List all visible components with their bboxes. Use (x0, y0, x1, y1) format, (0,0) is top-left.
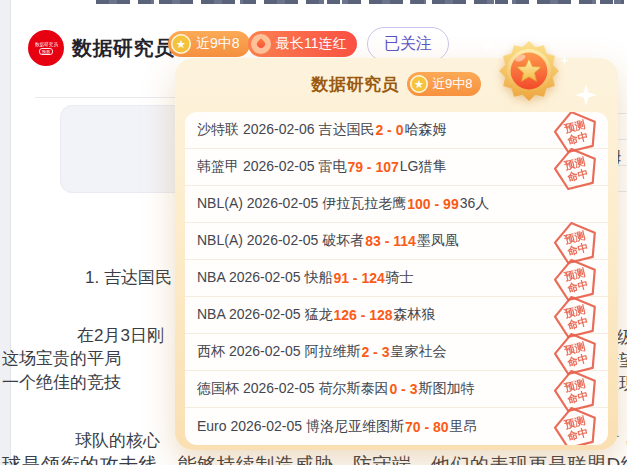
star-icon: ★ (171, 34, 191, 54)
match-meta: 韩篮甲 2026-02-05 雷电 (197, 158, 346, 176)
popup-badge-label: 近9中8 (432, 75, 472, 93)
match-score: 0 - 3 (389, 381, 417, 397)
match-score: 2 - 3 (361, 344, 389, 360)
away-team: 骑士 (386, 269, 414, 287)
followed-button[interactable]: 已关注 (367, 27, 449, 61)
prediction-row: 德国杯 2026-02-05 荷尔斯泰因0 - 3斯图加特 预测 命中 (185, 371, 608, 408)
prediction-row: NBA 2026-02-05 快船91 - 124骑士 预测 命中 (185, 260, 608, 297)
away-team: 36人 (460, 195, 490, 213)
star-icon: ★ (410, 75, 428, 93)
article-bottom-line: 球是领衔的攻击线，能够持续制造威胁，防守端，他们的表现更是联盟D级水 (2, 452, 627, 465)
match-score: 126 - 128 (333, 307, 392, 323)
match-score: 83 - 114 (365, 233, 416, 249)
prediction-row: Euro 2026-02-05 博洛尼亚维图斯70 - 80里昂 预测 命中 (185, 408, 608, 445)
article-heading: 1. 吉达国民 (85, 266, 172, 289)
article-line: 一个绝佳的竞技 (2, 371, 121, 394)
fire-icon (251, 34, 271, 54)
badge-win-streak: 最长11连红 (248, 31, 357, 57)
match-meta: Euro 2026-02-05 博洛尼亚维图斯 (197, 418, 404, 436)
away-team: 哈森姆 (404, 121, 446, 139)
screen: 数据研究员 预测 数据研究员 ★ 近9中8 最长11连红 已关注 1. 吉达国民… (0, 0, 627, 465)
profile-name: 数据研究员 (72, 35, 175, 62)
prediction-row: 沙特联 2026-02-06 吉达国民2 - 0哈森姆 预测 命中 (185, 112, 608, 149)
article-line: 这场宝贵的平局 (2, 347, 121, 370)
away-team: 森林狼 (394, 306, 436, 324)
match-score: 91 - 124 (333, 270, 384, 286)
article-line: 球队的核心 (75, 429, 160, 452)
prediction-list: 沙特联 2026-02-06 吉达国民2 - 0哈森姆 预测 命中 韩篮甲 20… (185, 112, 608, 445)
predictions-popup: 数据研究员 ★ 近9中8 沙特联 2026-02-06 吉达国民2 - 0哈森姆… (175, 58, 618, 450)
sparkle-icon (481, 40, 493, 52)
avatar-text: 数据研究员 (35, 41, 58, 47)
page-gutter (0, 0, 11, 465)
match-score: 100 - 99 (407, 196, 458, 212)
match-meta: NBL(A) 2026-02-05 破坏者 (197, 232, 364, 250)
away-team: 皇家社会 (390, 343, 446, 361)
match-meta: 德国杯 2026-02-05 荷尔斯泰因 (197, 380, 388, 398)
match-meta: NBL(A) 2026-02-05 伊拉瓦拉老鹰 (197, 195, 406, 213)
badge-recent-hits-label: 近9中8 (196, 35, 240, 53)
away-team: 斯图加特 (418, 380, 474, 398)
article-line: 在2月3日刚 (77, 324, 164, 347)
avatar[interactable]: 数据研究员 预测 (28, 30, 64, 66)
match-score: 70 - 80 (405, 419, 449, 435)
match-meta: NBA 2026-02-05 快船 (197, 269, 332, 287)
match-meta: 西杯 2026-02-05 阿拉维斯 (197, 343, 360, 361)
popup-badge-recent-hits: ★ 近9中8 (407, 72, 481, 96)
badge-win-streak-label: 最长11连红 (276, 35, 347, 53)
prediction-row: 西杯 2026-02-05 阿拉维斯2 - 3皇家社会 预测 命中 (185, 334, 608, 371)
prediction-row: 韩篮甲 2026-02-05 雷电79 - 107LG猎隼 预测 命中 (185, 149, 608, 186)
match-score: 2 - 0 (375, 122, 403, 138)
prediction-row: NBL(A) 2026-02-05 伊拉瓦拉老鹰100 - 9936人 (185, 186, 608, 223)
gold-medal-icon (498, 40, 560, 102)
match-meta: NBA 2026-02-05 猛龙 (197, 306, 332, 324)
match-score: 79 - 107 (347, 159, 398, 175)
badge-recent-hits: ★ 近9中8 (168, 31, 250, 57)
clipped-headline (96, 0, 624, 4)
away-team: 里昂 (450, 418, 478, 436)
away-team: 墨凤凰 (417, 232, 459, 250)
avatar-subtext: 预测 (39, 48, 53, 55)
match-meta: 沙特联 2026-02-06 吉达国民 (197, 121, 374, 139)
prediction-row: NBL(A) 2026-02-05 破坏者83 - 114墨凤凰 预测 命中 (185, 223, 608, 260)
popup-title: 数据研究员 (312, 73, 400, 96)
away-team: LG猎隼 (400, 158, 447, 176)
prediction-row: NBA 2026-02-05 猛龙126 - 128森林狼 预测 命中 (185, 297, 608, 334)
